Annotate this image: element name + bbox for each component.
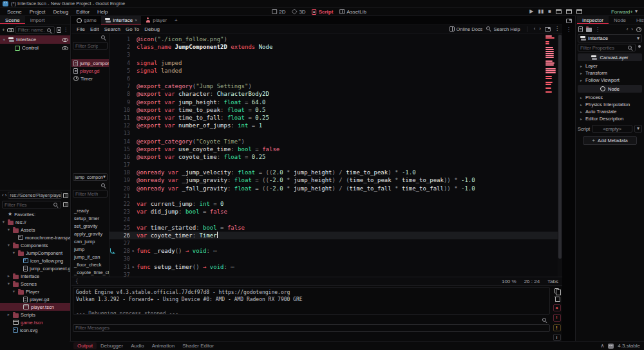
play-custom-scene-button[interactable] [566,9,572,14]
fs-split-mode-icon[interactable] [63,193,68,198]
method-item-ready[interactable]: _ready [71,207,109,215]
script-item-jump-compone[interactable]: jump_compone.. [71,59,109,67]
inspector-group-transform[interactable]: ▸Transform [578,69,642,77]
workspace-tab-2d[interactable]: 2D [272,9,285,15]
script-menu-edit[interactable]: Edit [88,26,102,33]
method-item-coyote-time-che[interactable]: _coyote_time_che.. [71,269,109,277]
inspector-group-auto-translate[interactable]: ▸Auto Translate [578,108,642,115]
method-item-jump-if-can[interactable]: jump_if_can [71,253,109,261]
play-button[interactable]: ▶ [529,9,533,14]
dock-tab-import[interactable]: Import [25,16,50,24]
attach-script-icon[interactable] [57,27,61,33]
toggle-info-icon[interactable]: i [553,334,561,341]
tree-arrow-icon[interactable]: ▾ [12,250,16,255]
scene-tree-node-control[interactable]: Control [0,44,70,52]
code-line-13[interactable]: 13 [109,129,562,137]
code-line-24[interactable]: 24 [109,216,562,223]
load-resource-icon[interactable] [586,28,592,32]
engine-version[interactable]: 4.3.stable [618,343,640,349]
code-line-8[interactable]: 8@export var character: CharacterBody2D [109,90,562,98]
current-script-selector[interactable]: jump_componen.. ▾ [73,173,108,181]
code-minimap[interactable] [545,35,556,95]
script-editor-menu-icon[interactable]: ⋮ [554,26,560,32]
method-item-set-gravity[interactable]: set_gravity [71,223,109,230]
method-item-can-jump[interactable]: can_jump [71,238,109,246]
menu-editor[interactable]: Editor [73,8,93,15]
float-script-editor-icon[interactable] [545,27,551,32]
code-line-27[interactable]: 27 [109,239,562,247]
workspace-tab-3d[interactable]: 3D [292,9,305,15]
pause-button[interactable]: ▮▮ [538,9,544,14]
fs-item-monochrome-transparent-pa[interactable]: monochrome-transparent_pa.. [0,234,70,241]
code-line-6[interactable]: 6 [109,75,562,82]
visibility-eye-icon[interactable] [62,37,68,42]
fs-item-jumpcomponent[interactable]: ▾JumpComponent [0,249,70,257]
add-node-icon[interactable]: + [2,28,5,33]
code-line-30[interactable]: 30 [109,255,562,262]
code-line-31[interactable]: 31▸func setup_timer() → void: ⋯ [109,262,562,270]
inspector-tab-history[interactable]: History [631,16,644,24]
script-menu-debug[interactable]: Debug [142,26,162,33]
code-line-3[interactable]: 3 [109,51,562,59]
code-line-18[interactable]: 18@onready var _jump_velocity: float = (… [109,169,562,176]
menu-scene[interactable]: Scene [4,8,25,15]
fs-item-icon-svg[interactable]: icon.svg [0,326,70,334]
script-menu-search[interactable]: Search [102,26,123,33]
fs-item-game-tscn[interactable]: game.tscn [0,318,70,326]
code-line-9[interactable]: 9@export var jump_height: float = 64.0 [109,98,562,106]
group-expand-icon[interactable]: ▸ [579,64,583,68]
expand-bottom-panel-icon[interactable]: ∧ [600,344,604,349]
menu-help[interactable]: Help [94,8,111,15]
filter-scripts-input[interactable] [73,42,108,50]
fs-item-icon-follow-png[interactable]: icon_follow.png [0,257,70,264]
line-col-indicator[interactable]: 26 : 24 [524,279,540,284]
inspected-object-selector[interactable]: Interface ▾ [578,34,642,42]
copy-log-icon[interactable] [554,288,559,293]
scene-tree-node-interface[interactable]: ▾Interface [0,35,70,44]
inspector-tab-inspector[interactable]: Inspector [577,16,609,24]
script-menu-go-to[interactable]: Go To [123,26,142,33]
clear-log-icon[interactable] [554,296,560,302]
code-line-12[interactable]: 12@export var number_of_jumps: int = 1 [109,122,562,129]
fs-item-interface[interactable]: ▸Interface [0,272,70,280]
scene-tab-game[interactable]: game [73,16,100,24]
toggle-messages-icon[interactable]: ! [553,324,561,331]
panel-options-icon[interactable]: ⋮ [566,27,571,32]
code-line-5[interactable]: 5signal landed [109,67,562,75]
group-expand-icon[interactable]: ▸ [579,109,583,114]
method-item-apply-gravity[interactable]: apply_gravity [71,230,109,238]
tree-arrow-icon[interactable]: ▾ [6,227,11,232]
code-line-26[interactable]: 26var coyote_timer: Timer [109,232,562,239]
fs-item-scripts[interactable]: ▸Scripts [0,311,70,318]
script-history-forward-icon[interactable]: › [539,26,541,32]
bottom-tab-shader-editor[interactable]: Shader Editor [178,342,218,349]
scrollbar-thumb[interactable] [558,35,562,259]
inspector-group-layer[interactable]: ▸Layer [578,62,642,69]
code-scrollbar[interactable] [558,33,562,277]
inspector-filter-input[interactable] [578,44,636,51]
history-forward-icon[interactable]: › [631,27,633,32]
new-resource-icon[interactable] [578,26,583,32]
close-tab-icon[interactable]: × [135,18,137,23]
renderer-dropdown[interactable]: Forward+ ▾ [611,9,638,15]
resource-options-icon[interactable]: ⋮ [595,27,600,32]
method-item-floor-check[interactable]: _floor_check [71,261,109,269]
group-expand-icon[interactable]: ▸ [579,116,583,121]
code-line-23[interactable]: 23var did_jump: bool = false [109,208,562,216]
stop-button[interactable]: ■ [548,9,551,14]
tree-arrow-icon[interactable]: ▾ [2,37,6,42]
scene-tab-player[interactable]: player [142,16,171,24]
inspector-group-follow-viewport[interactable]: ▸Follow Viewport [578,77,642,84]
scene-dock-menu-icon[interactable]: ⋮ [63,28,68,33]
script-item-player-gd[interactable]: player.gd [71,67,109,75]
fold-icon[interactable]: ▸ [130,264,137,270]
fs-filter-input[interactable] [2,201,61,208]
code-line-22[interactable]: 22var current_jump: int = 0 [109,200,562,208]
code-line-21[interactable]: 21 [109,192,562,200]
visibility-eye-icon[interactable] [62,45,68,51]
script-property-value[interactable]: <empty> [592,125,632,133]
inspector-group-editor-description[interactable]: ▸Editor Description [578,115,642,122]
code-line-11[interactable]: 11@export var time_to_fall: float = 0.25 [109,114,562,122]
fold-icon[interactable]: ▸ [130,248,137,253]
fs-item-player-tscn[interactable]: player.tscn [0,303,70,311]
